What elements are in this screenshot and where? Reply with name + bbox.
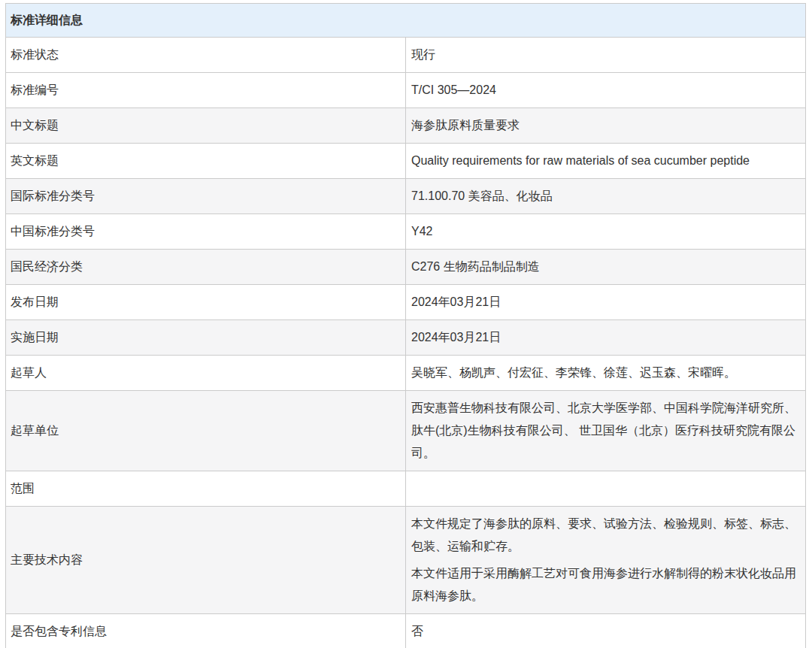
row-label: 标准状态	[6, 38, 406, 73]
row-value: 71.100.70 美容品、化妆品	[406, 179, 806, 214]
value-paragraph: 本文件适用于采用酶解工艺对可食用海参进行水解制得的粉末状化妆品用原料海参肽。	[411, 562, 801, 607]
table-row: 主要技术内容 本文件规定了海参肽的原料、要求、试验方法、检验规则、标签、标志、包…	[6, 507, 806, 614]
row-label: 标准编号	[6, 73, 406, 108]
value-paragraph: 本文件规定了海参肽的原料、要求、试验方法、检验规则、标签、标志、包装、运输和贮存…	[411, 513, 801, 558]
table-title-row: 标准详细信息	[6, 4, 806, 38]
table-row: 国际标准分类号 71.100.70 美容品、化妆品	[6, 179, 806, 214]
table-row: 发布日期 2024年03月21日	[6, 285, 806, 320]
row-value: Y42	[406, 214, 806, 250]
table-row: 中文标题 海参肽原料质量要求	[6, 108, 806, 144]
standard-details-table: 标准详细信息 标准状态 现行 标准编号 T/CI 305—2024 中文标题 海…	[5, 3, 806, 648]
row-value: C276 生物药品制品制造	[406, 250, 806, 285]
table-row: 起草人 吴晓军、杨凯声、付宏征、李荣锋、徐莲、迟玉森、宋曜晖。	[6, 356, 806, 391]
table-row: 国民经济分类 C276 生物药品制品制造	[6, 250, 806, 285]
row-value: Quality requirements for raw materials o…	[406, 144, 806, 179]
row-value: T/CI 305—2024	[406, 73, 806, 108]
row-value: 2024年03月21日	[406, 320, 806, 356]
row-label: 是否包含专利信息	[6, 614, 406, 648]
table-body: 标准状态 现行 标准编号 T/CI 305—2024 中文标题 海参肽原料质量要…	[6, 38, 806, 648]
table-row: 标准编号 T/CI 305—2024	[6, 73, 806, 108]
row-value: 否	[406, 614, 806, 648]
table-title: 标准详细信息	[6, 4, 806, 38]
table-row: 范围	[6, 471, 806, 507]
row-value: 本文件规定了海参肽的原料、要求、试验方法、检验规则、标签、标志、包装、运输和贮存…	[406, 507, 806, 614]
standard-details-panel: 标准详细信息 标准状态 现行 标准编号 T/CI 305—2024 中文标题 海…	[5, 3, 806, 648]
table-row: 实施日期 2024年03月21日	[6, 320, 806, 356]
row-value: 现行	[406, 38, 806, 73]
row-label: 发布日期	[6, 285, 406, 320]
row-label: 实施日期	[6, 320, 406, 356]
table-row: 英文标题 Quality requirements for raw materi…	[6, 144, 806, 179]
row-label: 范围	[6, 471, 406, 507]
row-label: 英文标题	[6, 144, 406, 179]
row-value	[406, 471, 806, 507]
table-row: 是否包含专利信息 否	[6, 614, 806, 648]
row-label: 中国标准分类号	[6, 214, 406, 250]
row-value: 西安惠普生物科技有限公司、北京大学医学部、中国科学院海洋研究所、肽牛(北京)生物…	[406, 391, 806, 471]
table-row: 中国标准分类号 Y42	[6, 214, 806, 250]
row-value: 吴晓军、杨凯声、付宏征、李荣锋、徐莲、迟玉森、宋曜晖。	[406, 356, 806, 391]
table-header: 标准详细信息	[6, 4, 806, 38]
row-label: 起草单位	[6, 391, 406, 471]
row-label: 起草人	[6, 356, 406, 391]
row-label: 主要技术内容	[6, 507, 406, 614]
table-row: 标准状态 现行	[6, 38, 806, 73]
row-value: 2024年03月21日	[406, 285, 806, 320]
row-value: 海参肽原料质量要求	[406, 108, 806, 144]
table-row: 起草单位 西安惠普生物科技有限公司、北京大学医学部、中国科学院海洋研究所、肽牛(…	[6, 391, 806, 471]
row-label: 国民经济分类	[6, 250, 406, 285]
row-label: 中文标题	[6, 108, 406, 144]
row-label: 国际标准分类号	[6, 179, 406, 214]
